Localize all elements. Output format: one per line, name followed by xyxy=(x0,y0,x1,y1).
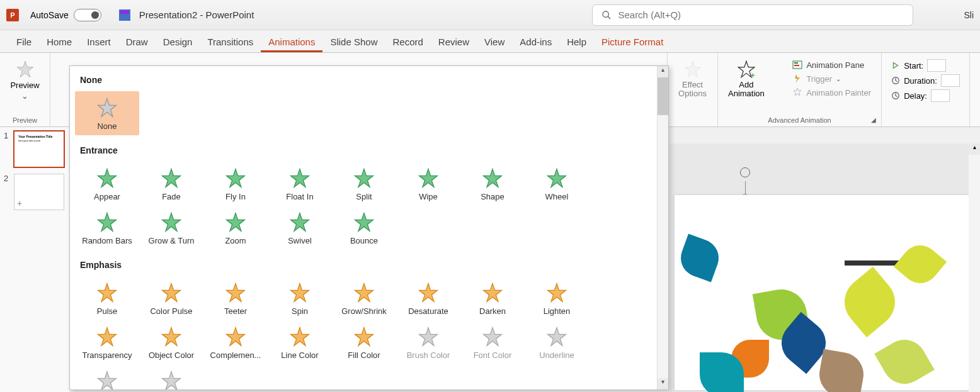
animation-darken[interactable]: Darken xyxy=(460,276,525,320)
star-icon xyxy=(96,281,118,304)
svg-rect-5 xyxy=(794,65,799,66)
add-animation-button[interactable]: + Add Animation xyxy=(723,55,770,99)
star-icon xyxy=(417,325,440,348)
star-icon xyxy=(160,211,183,233)
animation-bold-flash: Bold Flash xyxy=(75,364,139,389)
tab-animations[interactable]: Animations xyxy=(261,33,322,52)
animation-object-color[interactable]: Object Color xyxy=(139,320,203,364)
rotate-handle-icon[interactable] xyxy=(740,167,750,177)
slide-editor-area: ▴ xyxy=(669,143,980,392)
animation-swivel[interactable]: Swivel xyxy=(268,206,332,250)
gallery-scrollbar[interactable]: ▴ ▾ xyxy=(657,66,668,389)
slide-canvas[interactable] xyxy=(675,195,971,390)
star-icon xyxy=(224,325,247,348)
star-icon xyxy=(288,211,311,233)
star-icon xyxy=(160,281,183,304)
scroll-down-arrow[interactable]: ▾ xyxy=(658,378,668,389)
tab-view[interactable]: View xyxy=(477,33,512,52)
tab-design[interactable]: Design xyxy=(156,33,200,52)
search-box[interactable] xyxy=(592,4,913,26)
star-plus-icon: + xyxy=(736,59,756,79)
svg-rect-4 xyxy=(794,62,798,64)
animation-appear[interactable]: Appear xyxy=(75,162,139,206)
delay-value[interactable] xyxy=(931,89,950,102)
animation-wheel[interactable]: Wheel xyxy=(525,162,589,206)
ribbon-tabs: FileHomeInsertDrawDesignTransitionsAnima… xyxy=(0,30,980,53)
animation-fly-in[interactable]: Fly In xyxy=(203,162,268,206)
slide-thumbnails-panel: 1Your Presentation Titlelorem ipsum dolo… xyxy=(0,127,69,392)
dialog-launcher-icon[interactable]: ◢ xyxy=(871,116,880,125)
tab-insert[interactable]: Insert xyxy=(79,33,118,52)
animation-spin[interactable]: Spin xyxy=(268,276,332,320)
tab-help[interactable]: Help xyxy=(559,33,594,52)
scroll-up-arrow[interactable]: ▴ xyxy=(969,143,980,155)
star-icon xyxy=(96,167,118,189)
animation-fade[interactable]: Fade xyxy=(139,162,203,206)
gallery-section-entrance: Entrance xyxy=(70,142,657,159)
animation-none[interactable]: None xyxy=(75,91,139,135)
tab-review[interactable]: Review xyxy=(431,33,477,52)
animation-random-bars[interactable]: Random Bars xyxy=(75,206,139,250)
slide-thumbnail-2[interactable]: 2 xyxy=(4,174,66,210)
animation-pulse[interactable]: Pulse xyxy=(75,276,139,320)
animation-zoom[interactable]: Zoom xyxy=(203,206,268,250)
star-icon xyxy=(224,211,247,233)
autosave-switch[interactable]: Off xyxy=(74,9,101,21)
star-icon xyxy=(353,281,375,304)
slide-preview[interactable]: Your Presentation Titlelorem ipsum dolor… xyxy=(14,131,64,167)
preview-button[interactable]: Preview ⌄ xyxy=(10,55,39,101)
animation-pane-button[interactable]: Animation Pane xyxy=(790,59,874,70)
animation-wipe[interactable]: Wipe xyxy=(396,162,460,206)
animation-line-color[interactable]: Line Color xyxy=(268,320,332,364)
animation-split[interactable]: Split xyxy=(332,162,396,206)
star-icon xyxy=(545,167,568,189)
start-value[interactable] xyxy=(927,59,946,72)
animation-teeter[interactable]: Teeter xyxy=(203,276,268,320)
effect-options-button[interactable]: Effect Options xyxy=(673,55,712,99)
animation-painter-button[interactable]: Animation Painter xyxy=(790,87,874,98)
duration-value[interactable] xyxy=(941,74,960,87)
animation-bounce[interactable]: Bounce xyxy=(332,206,396,250)
scrollbar-thumb[interactable] xyxy=(658,77,669,115)
duration-timing[interactable]: Duration: xyxy=(891,74,960,87)
trigger-button[interactable]: Trigger ⌄ xyxy=(790,73,874,84)
animation-font-color: Font Color xyxy=(460,320,525,364)
start-timing[interactable]: Start: xyxy=(891,59,960,72)
tab-record[interactable]: Record xyxy=(385,33,430,52)
tab-draw[interactable]: Draw xyxy=(118,33,156,52)
tab-add-ins[interactable]: Add-ins xyxy=(512,33,559,52)
star-icon xyxy=(288,281,311,304)
tab-picture-format[interactable]: Picture Format xyxy=(594,33,671,52)
star-icon xyxy=(160,369,183,390)
canvas-scrollbar[interactable]: ▴ xyxy=(969,143,980,392)
tab-transitions[interactable]: Transitions xyxy=(200,33,261,52)
timing-group: Start: Duration: Delay: xyxy=(882,53,970,126)
animation-grow-turn[interactable]: Grow & Turn xyxy=(139,206,203,250)
autosave-toggle[interactable]: AutoSave Off xyxy=(30,9,101,21)
tab-file[interactable]: File xyxy=(9,33,39,52)
star-icon xyxy=(481,325,504,348)
star-icon xyxy=(96,369,118,390)
slide-number: 1 xyxy=(4,131,10,140)
animation-transparency[interactable]: Transparency xyxy=(75,320,139,364)
slide-preview[interactable] xyxy=(14,174,64,210)
animation-desaturate[interactable]: Desaturate xyxy=(396,276,460,320)
scroll-up-arrow[interactable]: ▴ xyxy=(658,66,668,77)
delay-timing[interactable]: Delay: xyxy=(891,89,960,102)
clock-icon xyxy=(891,91,900,100)
animation-fill-color[interactable]: Fill Color xyxy=(332,320,396,364)
animation-shape[interactable]: Shape xyxy=(460,162,525,206)
save-icon[interactable] xyxy=(119,9,130,21)
slide-number: 2 xyxy=(4,174,10,183)
animation-color-pulse[interactable]: Color Pulse xyxy=(139,276,203,320)
slide-thumbnail-1[interactable]: 1Your Presentation Titlelorem ipsum dolo… xyxy=(4,131,66,167)
animation-lighten[interactable]: Lighten xyxy=(525,276,589,320)
tab-slide-show[interactable]: Slide Show xyxy=(322,33,385,52)
animation-grow-shrink[interactable]: Grow/Shrink xyxy=(332,276,396,320)
search-input[interactable] xyxy=(618,9,904,20)
star-icon xyxy=(353,211,375,233)
tab-home[interactable]: Home xyxy=(39,33,79,52)
animation-float-in[interactable]: Float In xyxy=(268,162,332,206)
animation-complemen-[interactable]: Complemen... xyxy=(203,320,268,364)
star-brush-icon xyxy=(792,87,802,98)
